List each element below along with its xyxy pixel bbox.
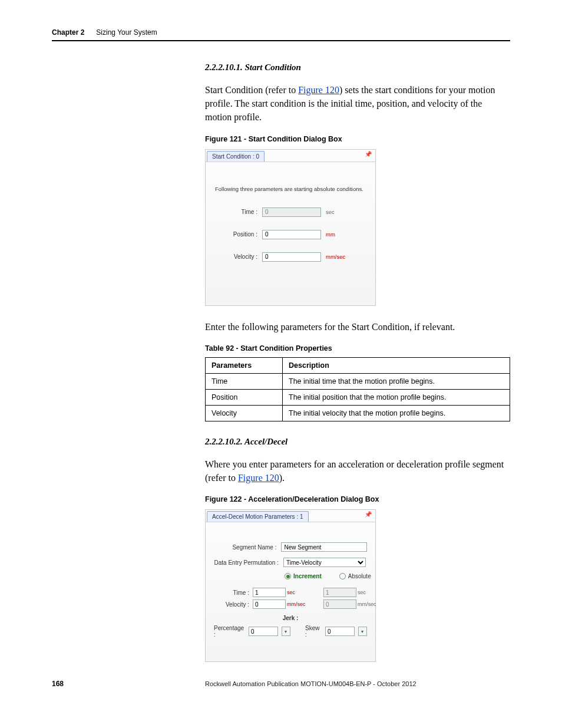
- velocity-unit: mm/sec: [287, 601, 312, 607]
- jerk-label: Jerk :: [214, 615, 367, 621]
- increment-label: Increment: [293, 573, 322, 579]
- pin-icon[interactable]: 📌: [361, 510, 375, 522]
- velocity-label: Velocity :: [214, 601, 249, 608]
- chapter-label: Chapter 2: [52, 28, 84, 37]
- page-number: 168: [52, 680, 205, 688]
- table-row: Position The initial position that the m…: [206, 389, 510, 405]
- page-footer: 168 Rockwell Automation Publication MOTI…: [52, 680, 510, 688]
- dialog-tab[interactable]: Accel-Decel Motion Parameters : 1: [207, 511, 309, 522]
- figure-120-link[interactable]: Figure 120: [298, 85, 339, 95]
- cell-param: Position: [206, 389, 283, 405]
- position-unit: mm: [326, 231, 335, 238]
- cell-desc: The initial velocity that the motion pro…: [283, 405, 510, 421]
- increment-absolute-radiogroup: Increment Absolute: [285, 573, 367, 579]
- velocity-label: Velocity :: [215, 253, 257, 260]
- time-unit: sec: [326, 209, 335, 215]
- time-unit-abs: sec: [358, 589, 382, 595]
- increment-radio[interactable]: Increment: [285, 573, 322, 579]
- cell-desc: The initial time that the motion profile…: [283, 373, 510, 389]
- velocity-unit-abs: mm/sec: [358, 601, 382, 607]
- cell-desc: The initial position that the motion pro…: [283, 389, 510, 405]
- permutation-label: Data Entry Permutation :: [214, 559, 279, 566]
- time-label: Time :: [214, 589, 249, 596]
- chevron-down-icon[interactable]: ▾: [282, 627, 290, 636]
- pin-icon[interactable]: 📌: [361, 150, 375, 162]
- start-condition-dialog: Start Condition : 0 📌 Following three pa…: [205, 149, 376, 306]
- figure-122-caption: Figure 122 - Acceleration/Deceleration D…: [205, 495, 510, 503]
- segment-name-label: Segment Name :: [214, 544, 276, 551]
- chapter-title: Sizing Your System: [96, 28, 157, 37]
- velocity-unit: mm/sec: [326, 253, 345, 260]
- position-input[interactable]: [262, 230, 321, 239]
- radio-dot-icon: [285, 573, 291, 579]
- percentage-label: Percentage :: [214, 625, 245, 638]
- permutation-select[interactable]: Time-Velocity: [283, 558, 366, 567]
- cell-param: Velocity: [206, 405, 283, 421]
- figure-120-link-2[interactable]: Figure 120: [238, 473, 279, 483]
- start-condition-properties-table: Parameters Description Time The initial …: [205, 357, 510, 421]
- start-condition-paragraph: Start Condition (refer to Figure 120) se…: [205, 83, 510, 124]
- table-92-caption: Table 92 - Start Condition Properties: [205, 344, 510, 353]
- table-row: Time The initial time that the motion pr…: [206, 373, 510, 389]
- figure-121-caption: Figure 121 - Start Condition Dialog Box: [205, 135, 510, 143]
- radio-dot-icon: [339, 573, 346, 579]
- time-label: Time :: [215, 209, 257, 215]
- velocity-absolute-input: [323, 599, 356, 609]
- time-input[interactable]: [262, 207, 321, 217]
- table-header-parameters: Parameters: [206, 357, 283, 373]
- time-unit: sec: [287, 589, 312, 595]
- section-heading-accel-decel: 2.2.2.10.2. Accel/Decel: [205, 437, 510, 447]
- absolute-label: Absolute: [348, 573, 371, 579]
- running-head: Chapter 2 Sizing Your System: [52, 28, 510, 41]
- time-increment-input[interactable]: [253, 588, 286, 597]
- percentage-input[interactable]: [249, 627, 278, 636]
- section-heading-start-condition: 2.2.2.10.1. Start Condition: [205, 62, 510, 73]
- accel-decel-paragraph: Where you enter parameters for an accele…: [205, 457, 510, 485]
- position-label: Position :: [215, 231, 257, 238]
- chevron-down-icon[interactable]: ▾: [358, 627, 367, 636]
- skew-label: Skew :: [305, 625, 322, 638]
- velocity-increment-input[interactable]: [253, 599, 286, 609]
- time-absolute-input: [323, 588, 356, 597]
- table-row: Velocity The initial velocity that the m…: [206, 405, 510, 421]
- accel-decel-dialog: Accel-Decel Motion Parameters : 1 📌 Segm…: [205, 509, 376, 662]
- dialog-tab[interactable]: Start Condition : 0: [207, 151, 265, 162]
- start-condition-instruction: Enter the following parameters for the S…: [205, 320, 510, 334]
- dialog-note: Following three parameters are starting …: [215, 186, 366, 192]
- skew-input[interactable]: [325, 627, 355, 636]
- cell-param: Time: [206, 373, 283, 389]
- text: ).: [279, 473, 285, 483]
- absolute-radio[interactable]: Absolute: [339, 573, 371, 579]
- velocity-input[interactable]: [262, 252, 321, 262]
- segment-name-input[interactable]: [281, 542, 367, 552]
- text: Start Condition (refer to: [205, 85, 298, 95]
- publication-info: Rockwell Automation Publication MOTION-U…: [205, 680, 416, 687]
- table-header-description: Description: [283, 357, 510, 373]
